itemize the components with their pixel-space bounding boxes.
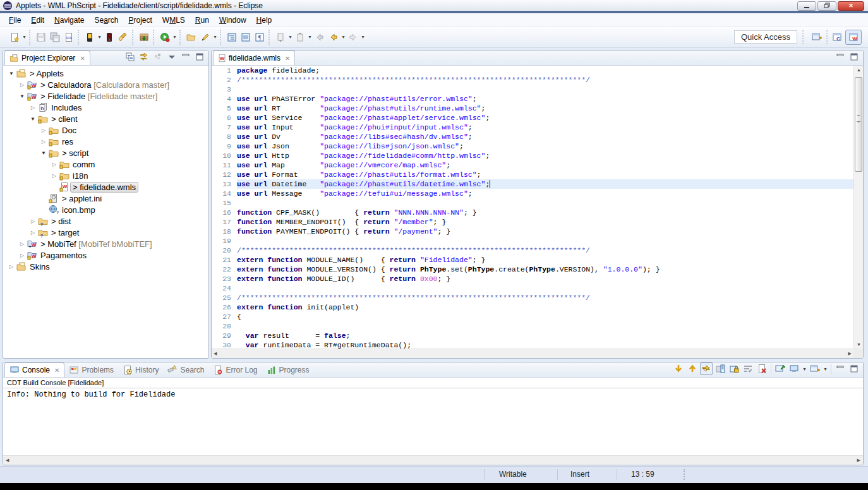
maximize-button[interactable] [848,362,860,375]
console-output[interactable]: Info: Nothing to build for Fidelidade [3,388,863,455]
tab-problems[interactable]: Problems [64,362,118,377]
link-editor-button[interactable] [138,51,150,63]
tree-item-script[interactable]: ▼> script [3,147,208,158]
tree-item-client[interactable]: ▼> client [3,113,208,124]
code-line-22[interactable]: 22extern function MODULE_VERSION() { ret… [212,265,853,274]
code-line-27[interactable]: 27{ [212,312,853,321]
code-line-7[interactable]: 7use url Input "package://phui#input/inp… [212,122,853,132]
menu-file[interactable]: File [4,15,26,26]
collapse-arrow-icon[interactable]: ▼ [28,116,37,122]
code-line-16[interactable]: 16function CPF_MASK() { return "NNN.NNN.… [212,208,853,217]
code-line-13[interactable]: 13use url Datetime "package://phast#util… [212,179,853,189]
word-wrap-button[interactable] [742,362,754,375]
format-block-button[interactable] [239,30,253,44]
code-line-9[interactable]: 9use url Json "package://libs#json/json.… [212,141,853,151]
code-line-28[interactable]: 28 [212,321,853,331]
tree-item-skins[interactable]: ▷Skins [3,261,208,272]
tab-error-log[interactable]: Error Log [208,362,262,377]
code-line-5[interactable]: 5use url RT "package://phast#utils/runti… [212,104,853,113]
format-shift-button[interactable] [225,30,239,44]
open-perspective-button[interactable] [809,30,825,45]
scroll-up-icon[interactable]: ▲ [854,68,864,72]
new-wizard-button[interactable] [8,30,21,44]
menu-window[interactable]: Window [214,15,251,26]
tree-item-dist[interactable]: ▷?> dist [3,215,208,227]
code-line-6[interactable]: 6use url Service "package://phast#applet… [212,113,853,122]
code-line-29[interactable]: 29 var result = false; [212,331,853,340]
console-down-button[interactable] [672,362,685,375]
back-gray-button[interactable] [313,30,327,44]
last-edit-button[interactable] [274,30,287,44]
display-console-dropdown-icon[interactable]: ▾ [802,362,807,376]
code-line-24[interactable]: 24 [212,284,853,293]
scroll-right-icon[interactable]: ▶ [857,458,860,463]
minimize-button[interactable] [834,362,847,375]
open-console-dropdown-icon[interactable]: ▾ [823,362,828,376]
collapse-all-button[interactable] [124,51,136,63]
code-line-14[interactable]: 14use url Message "package://tefui#ui/me… [212,189,853,198]
minimize-button[interactable] [797,1,816,11]
code-line-23[interactable]: 23extern function MODULE_ID() { return 0… [212,274,853,284]
minimize-button[interactable] [834,51,847,63]
tab-search[interactable]: Search [163,362,208,377]
forward-gray-dropdown-icon[interactable]: ▾ [360,30,366,44]
code-line-1[interactable]: 1package fidelidade; [212,66,853,75]
scroll-down-icon[interactable]: ▼ [854,342,864,347]
code-line-19[interactable]: 19 [212,236,853,246]
code-line-18[interactable]: 18function PAYMENT_ENDPOIT() { return "/… [212,227,853,236]
expand-arrow-icon[interactable]: ▷ [50,162,59,167]
back-gold-dropdown-icon[interactable]: ▾ [341,30,346,44]
tab-history[interactable]: History [118,362,163,377]
wml-perspective-button[interactable]: W [845,30,862,45]
run-dropdown-icon[interactable]: ▾ [172,30,178,44]
console-up-button[interactable] [686,362,699,375]
menu-help[interactable]: Help [251,15,277,26]
phone-emulator-dropdown-icon[interactable]: ▾ [97,30,102,44]
c-perspective-button[interactable]: C [829,30,845,45]
menu-run[interactable]: Run [190,15,214,26]
tree-item-comm[interactable]: ▷comm [3,158,208,170]
expand-arrow-icon[interactable]: ▷ [7,264,16,270]
tree-item-fidelidade[interactable]: ▼W> Fidelidade [Fidelidade master] [3,90,208,102]
back-gold-button[interactable] [327,30,341,44]
open-folder-button[interactable] [184,30,198,44]
quick-access-button[interactable]: Quick Access [734,30,797,44]
editor-horizontal-scrollbar[interactable]: ◀ ▶ [212,349,853,358]
collapse-arrow-icon[interactable]: ▼ [7,71,16,76]
menu-navigate[interactable]: Navigate [49,15,89,26]
focus-button[interactable] [152,51,164,63]
expand-arrow-icon[interactable]: ▷ [28,218,37,224]
code-line-10[interactable]: 10use url Http "package://fidelidade#com… [212,151,853,160]
run-button[interactable] [158,30,172,44]
menu-project[interactable]: Project [123,15,157,26]
expand-arrow-icon[interactable]: ▷ [18,241,27,247]
expand-arrow-icon[interactable]: ▷ [39,139,48,145]
expand-arrow-icon[interactable]: ▷ [50,173,59,179]
code-line-25[interactable]: 25/*************************************… [212,293,853,302]
new-wizard-dropdown-icon[interactable]: ▾ [21,30,27,44]
tree-item-fidelidade.wmls[interactable]: W> fidelidade.wmls [3,181,208,193]
expand-arrow-icon[interactable]: ▷ [18,82,27,88]
tree-item-target[interactable]: ▷?> target [3,227,208,238]
scroll-lock-button[interactable] [728,362,740,375]
menu-wmls[interactable]: WMLS [157,15,190,26]
tab-console[interactable]: Console✕ [4,362,64,377]
tree-item-icon.bmp[interactable]: ?icon.bmp [3,204,208,215]
scroll-right-icon[interactable]: ▶ [848,351,852,356]
save-button[interactable] [34,30,48,44]
code-line-3[interactable]: 3 [212,85,853,94]
tree-item-mobitef[interactable]: ▷W*> MobiTef [MobiTef bMobiTEF] [3,238,208,249]
expand-arrow-icon[interactable]: ▷ [39,128,48,133]
close-icon[interactable]: ✕ [54,367,59,374]
clear-console-button[interactable] [756,362,768,375]
tree-item-doc[interactable]: ▷Doc [3,124,208,136]
save-all-button[interactable] [48,30,62,44]
code-line-21[interactable]: 21extern function MODULE_NAME() { return… [212,255,853,265]
console-horizontal-scrollbar[interactable]: ◀ ▶ [3,455,863,465]
tree-item-pagamentos[interactable]: ▷WPagamentos [3,249,208,261]
code-line-15[interactable]: 15 [212,198,853,208]
code-line-17[interactable]: 17function MEMBER_ENDPOIT() { return "/m… [212,217,853,227]
code-line-11[interactable]: 11use url Map "package://vm#core/map.wml… [212,160,853,170]
tab-progress[interactable]: Progress [262,362,314,377]
mark-pen-dropdown-icon[interactable]: ▾ [212,30,218,44]
